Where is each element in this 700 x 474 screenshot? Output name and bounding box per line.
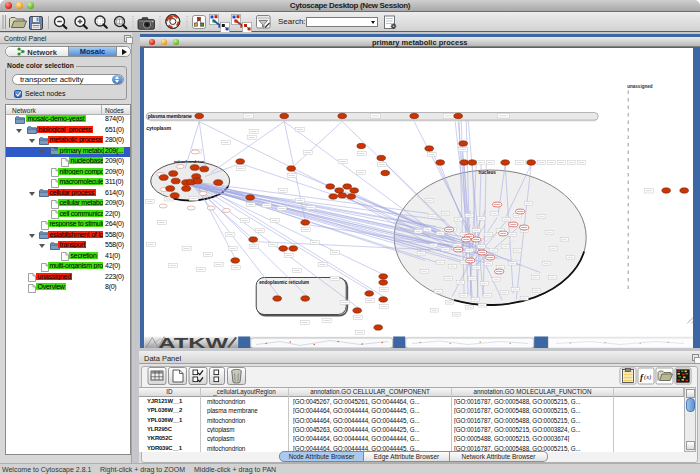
svg-text:unassigned: unassigned xyxy=(627,84,653,89)
svg-text:mitochondrion: mitochondrion xyxy=(174,159,205,164)
svg-text:cytoplasm: cytoplasm xyxy=(146,125,171,131)
svg-text:(x): (x) xyxy=(644,373,651,381)
svg-text:plasma membrane: plasma membrane xyxy=(147,113,191,119)
